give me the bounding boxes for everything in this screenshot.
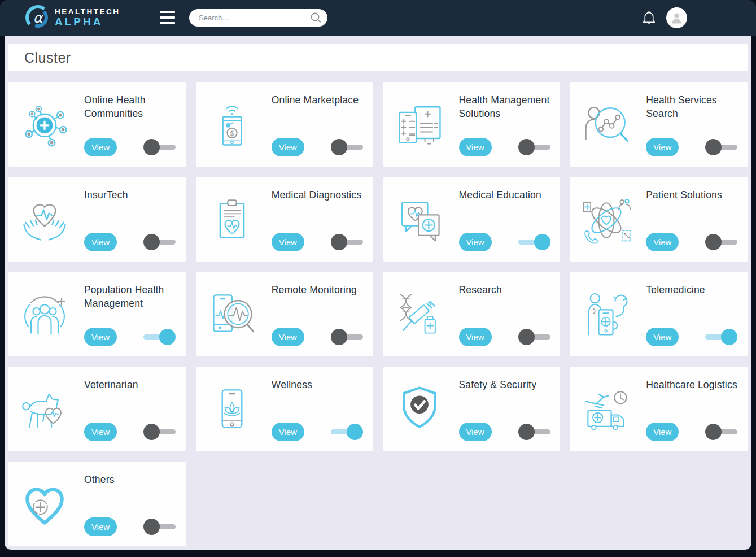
view-button[interactable]: View [459, 423, 492, 441]
card-toggle[interactable] [518, 424, 550, 440]
cluster-card: Veterinarian View [8, 367, 186, 451]
safety-security-icon [383, 367, 456, 451]
medical-education-icon [383, 177, 456, 262]
toggle-knob [159, 329, 176, 345]
view-button[interactable]: View [84, 517, 117, 536]
view-button[interactable]: View [272, 138, 304, 156]
cluster-card: Medical Diagnostics View [196, 177, 373, 262]
healthcare-logistics-icon [570, 367, 643, 451]
patient-solutions-icon [570, 177, 643, 262]
toggle-knob [721, 329, 737, 345]
card-title: Others [84, 473, 181, 486]
card-title: Population Health Management [84, 283, 181, 310]
brand-name-top: HEALTHTECH [55, 8, 120, 16]
view-button[interactable]: View [646, 423, 679, 441]
brand-name-bottom: ALPHA [55, 16, 120, 27]
card-title: Health Services Search [646, 93, 743, 120]
card-title: Wellness [272, 378, 369, 391]
cluster-card: Safety & Security View [383, 367, 561, 451]
toggle-knob [705, 234, 722, 250]
toggle-knob [331, 139, 347, 155]
cluster-card: Healthcare Logistics View [570, 367, 748, 451]
medical-diagnostics-icon [196, 177, 268, 262]
card-title: Remote Monitoring [272, 283, 369, 297]
view-button[interactable]: View [84, 328, 117, 346]
view-button[interactable]: View [646, 328, 679, 346]
view-button[interactable]: View [84, 138, 117, 156]
card-title: Safety & Security [459, 378, 556, 391]
cluster-card: $ Online Marketplace View [196, 82, 373, 167]
online-health-communities-icon [8, 82, 81, 167]
card-toggle[interactable] [705, 329, 737, 345]
card-toggle[interactable] [143, 424, 176, 440]
veterinarian-icon [8, 367, 81, 451]
card-title: Health Management Solutions [459, 93, 556, 120]
card-toggle[interactable] [518, 329, 550, 345]
card-toggle[interactable] [331, 234, 363, 250]
view-button[interactable]: View [272, 423, 304, 441]
card-toggle[interactable] [518, 139, 550, 155]
brand-logo[interactable]: α HEALTHTECH ALPHA [25, 5, 120, 31]
card-toggle[interactable] [331, 139, 363, 155]
research-icon [383, 272, 456, 356]
card-toggle[interactable] [143, 234, 176, 250]
card-title: InsurTech [84, 188, 181, 202]
card-title: Research [459, 283, 556, 297]
card-toggle[interactable] [143, 519, 176, 535]
toggle-knob [518, 139, 535, 155]
card-toggle[interactable] [143, 139, 176, 155]
card-toggle[interactable] [518, 234, 550, 250]
hamburger-icon[interactable] [160, 11, 175, 24]
view-button[interactable]: View [272, 328, 304, 346]
card-title: Medical Diagnostics [272, 188, 369, 202]
card-title: Patient Solutions [646, 188, 743, 202]
cluster-card: Others View [8, 462, 186, 546]
cluster-card: Telemedicine View [570, 272, 748, 356]
toggle-knob [347, 424, 363, 440]
bell-icon[interactable] [641, 10, 657, 26]
view-button[interactable]: View [459, 138, 492, 156]
search-box [189, 9, 327, 27]
online-marketplace-icon: $ [196, 82, 268, 167]
cluster-card: Health Services Search View [570, 82, 748, 167]
main-content: Cluster Online Health Communities View $ [5, 36, 751, 550]
view-button[interactable]: View [646, 138, 679, 156]
health-management-solutions-icon [383, 82, 456, 167]
card-toggle[interactable] [331, 329, 363, 345]
toggle-knob [331, 329, 347, 345]
card-toggle[interactable] [143, 329, 176, 345]
card-toggle[interactable] [705, 424, 737, 440]
view-button[interactable]: View [459, 328, 492, 346]
card-toggle[interactable] [331, 424, 363, 440]
page-title-bar: Cluster [8, 44, 748, 71]
search-input[interactable] [189, 9, 327, 27]
insurtech-icon [8, 177, 81, 262]
health-services-search-icon [570, 82, 643, 167]
cluster-card: Patient Solutions View [570, 177, 748, 262]
top-navbar: α HEALTHTECH ALPHA [0, 0, 756, 36]
user-avatar[interactable] [666, 7, 687, 28]
toggle-knob [518, 424, 535, 440]
card-toggle[interactable] [705, 139, 737, 155]
toggle-knob [705, 424, 722, 440]
cluster-card: Research View [383, 272, 561, 356]
toggle-knob [705, 139, 722, 155]
view-button[interactable]: View [459, 233, 492, 251]
view-button[interactable]: View [84, 233, 117, 251]
card-title: Online Marketplace [272, 93, 369, 107]
toggle-knob [331, 234, 347, 250]
view-button[interactable]: View [272, 233, 304, 251]
cluster-card: Population Health Management View [8, 272, 186, 356]
card-title: Medical Education [459, 188, 556, 202]
toggle-knob [143, 234, 160, 250]
card-toggle[interactable] [705, 234, 737, 250]
wellness-icon [196, 367, 268, 451]
view-button[interactable]: View [84, 423, 117, 441]
toggle-knob [143, 424, 160, 440]
telemedicine-icon [570, 272, 643, 356]
card-title: Online Health Communities [84, 93, 181, 120]
toggle-knob [143, 139, 160, 155]
view-button[interactable]: View [646, 233, 679, 251]
cluster-card: InsurTech View [8, 177, 186, 262]
cluster-card: Health Management Solutions View [383, 82, 561, 167]
